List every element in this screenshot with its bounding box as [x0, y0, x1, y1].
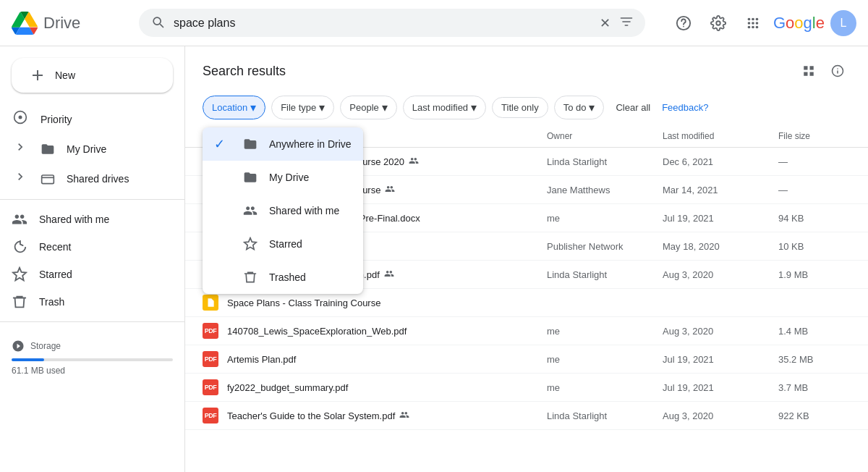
- table-row[interactable]: PDF fy2022_budget_summary.pdf me Jul 19,…: [185, 374, 868, 402]
- table-row[interactable]: PDF Teacher's Guide to the Solar System.…: [185, 402, 868, 430]
- column-last-modified: Last modified: [663, 131, 778, 141]
- shared-icon: [399, 410, 409, 422]
- svg-point-4: [756, 17, 759, 20]
- google-logo: Google: [773, 14, 825, 33]
- svg-point-12: [19, 116, 22, 119]
- content-area: Search results Location ▾ File type ▾: [185, 46, 868, 472]
- owner-cell: me: [547, 213, 663, 224]
- sidebar-item-trash-label: Trash: [39, 296, 64, 308]
- avatar[interactable]: L: [830, 10, 856, 36]
- dropdown-item-starred-label: Starred: [269, 238, 302, 250]
- file-type-filter-button[interactable]: File type ▾: [271, 96, 334, 119]
- sidebar-item-recent[interactable]: Recent: [0, 233, 173, 261]
- storage-section: Storage 61.1 MB used: [0, 328, 184, 387]
- shared-dropdown-icon: [243, 203, 258, 218]
- sidebar-item-starred[interactable]: Starred: [0, 261, 173, 288]
- drive-logo-icon: [12, 10, 38, 36]
- shared-with-me-icon: [12, 211, 27, 227]
- trashed-dropdown-icon: [243, 270, 258, 285]
- sidebar-item-my-drive[interactable]: My Drive: [0, 134, 173, 164]
- title-only-filter-button[interactable]: Title only: [492, 97, 548, 118]
- people-filter-button[interactable]: People ▾: [340, 96, 396, 119]
- file-name-cell: PDF Artemis Plan.pdf: [203, 351, 547, 367]
- svg-point-3: [752, 17, 754, 20]
- file-size-cell: 35.2 MB: [778, 354, 851, 365]
- dropdown-item-my-drive[interactable]: ✓ My Drive: [203, 161, 363, 194]
- location-filter-button[interactable]: Location ▾: [203, 96, 265, 119]
- help-button[interactable]: [669, 9, 698, 38]
- new-button-label: New: [55, 69, 75, 81]
- my-drive-expand-icon: [12, 140, 29, 158]
- shared-drives-icon: [41, 172, 55, 186]
- owner-cell: me: [547, 326, 663, 337]
- sidebar-item-starred-label: Starred: [39, 269, 72, 280]
- dropdown-item-anywhere-label: Anywhere in Drive: [269, 138, 352, 150]
- dropdown-item-trashed[interactable]: ✓ Trashed: [203, 261, 363, 294]
- logo-text: Drive: [43, 14, 80, 33]
- file-name-shared-area: fy2022_budget_summary.pdf: [227, 382, 348, 393]
- title-only-filter-label: Title only: [501, 102, 539, 113]
- logo-area: Drive: [12, 10, 127, 36]
- sidebar-item-priority[interactable]: Priority: [0, 104, 173, 134]
- sidebar-item-shared-drives[interactable]: Shared drives: [0, 164, 173, 193]
- storage-label-area: Storage: [12, 340, 173, 353]
- file-size-cell: —: [778, 156, 851, 167]
- last-modified-cell: Jul 19, 2021: [663, 354, 778, 365]
- owner-cell: Linda Starlight: [547, 156, 663, 167]
- dropdown-item-starred[interactable]: ✓ Starred: [203, 227, 363, 261]
- svg-point-2: [748, 17, 751, 20]
- sidebar-item-shared-with-me[interactable]: Shared with me: [0, 206, 173, 233]
- file-type-icon: PDF: [203, 323, 218, 339]
- svg-point-1: [683, 25, 684, 27]
- sidebar-item-trash[interactable]: Trash: [0, 288, 173, 316]
- new-button[interactable]: New: [12, 58, 173, 93]
- settings-button[interactable]: [704, 9, 733, 38]
- file-name-cell: PDF 140708_Lewis_SpaceExploration_Web.pd…: [203, 323, 547, 339]
- apps-button[interactable]: [739, 9, 767, 38]
- table-row[interactable]: PDF Artemis Plan.pdf me Jul 19, 2021 35.…: [185, 345, 868, 374]
- file-name-text: Space Plans - Class Training Course: [227, 298, 380, 308]
- info-button[interactable]: [825, 58, 851, 84]
- file-name-shared-area: Teacher's Guide to the Solar System.pdf: [227, 410, 409, 422]
- last-modified-cell: Mar 14, 2021: [663, 185, 778, 195]
- file-size-cell: 922 KB: [778, 410, 851, 421]
- dropdown-item-shared-with-me[interactable]: ✓ Shared with me: [203, 194, 363, 227]
- topbar-right: Google L: [669, 9, 856, 38]
- to-do-filter-button[interactable]: To do ▾: [554, 96, 605, 119]
- clear-all-button[interactable]: Clear all: [610, 98, 656, 117]
- file-size-cell: —: [778, 185, 851, 195]
- checkmark-icon: ✓: [214, 136, 231, 152]
- last-modified-filter-button[interactable]: Last modified ▾: [403, 96, 486, 119]
- last-modified-cell: Jul 19, 2021: [663, 213, 778, 224]
- search-options-icon[interactable]: [619, 14, 634, 31]
- file-size-cell: 1.4 MB: [778, 326, 851, 337]
- grid-view-button[interactable]: [796, 58, 822, 84]
- file-type-icon: PDF: [203, 408, 218, 423]
- owner-cell: me: [547, 382, 663, 393]
- starred-dropdown-icon: [243, 237, 258, 251]
- file-type-icon: [203, 295, 218, 311]
- content-header: Search results: [185, 46, 868, 90]
- file-name-text: Teacher's Guide to the Solar System.pdf: [227, 410, 395, 421]
- file-name-shared-area: Artemis Plan.pdf: [227, 354, 296, 365]
- svg-point-5: [748, 22, 751, 25]
- shared-drives-expand-icon: [12, 169, 29, 187]
- svg-point-8: [748, 25, 751, 28]
- svg-point-6: [752, 22, 754, 25]
- file-type-icon: PDF: [203, 351, 218, 367]
- search-input[interactable]: [174, 17, 591, 30]
- owner-cell: Jane Matthews: [547, 185, 663, 195]
- file-name-text: Artemis Plan.pdf: [227, 354, 296, 365]
- last-modified-filter-label: Last modified: [412, 102, 468, 113]
- feedback-link[interactable]: Feedback?: [662, 102, 708, 113]
- dropdown-item-anywhere[interactable]: ✓ Anywhere in Drive: [203, 127, 363, 161]
- storage-label-text: Storage: [30, 341, 61, 351]
- search-clear-icon[interactable]: ✕: [600, 15, 610, 31]
- svg-point-9: [752, 25, 754, 28]
- table-row[interactable]: PDF 140708_Lewis_SpaceExploration_Web.pd…: [185, 317, 868, 345]
- filter-bar: Location ▾ File type ▾ People ▾ Last mod…: [185, 90, 868, 125]
- storage-fill: [12, 358, 44, 361]
- file-type-chevron-icon: ▾: [319, 101, 325, 114]
- dropdown-item-shared-with-me-label: Shared with me: [269, 205, 339, 216]
- owner-cell: me: [547, 354, 663, 365]
